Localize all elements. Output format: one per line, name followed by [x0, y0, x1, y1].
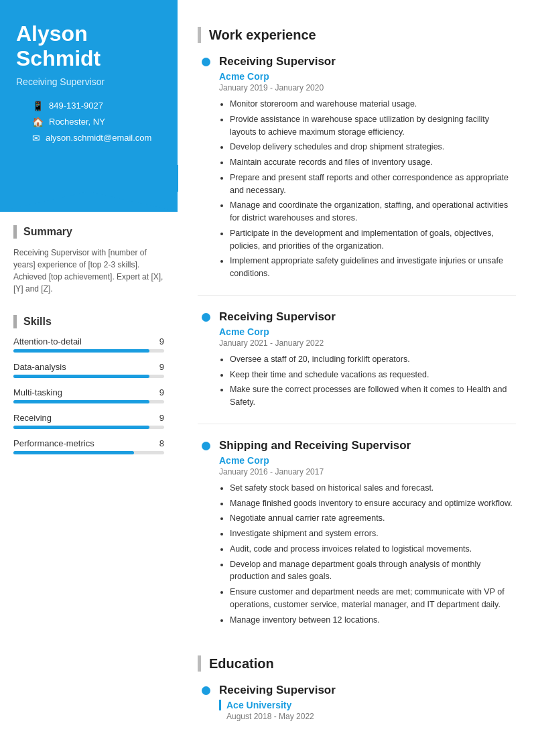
job-block: Shipping and Receiving Supervisor Acme C…: [198, 439, 516, 641]
job-bullets: Oversee a staff of 20, including forklif…: [219, 353, 516, 409]
skill-header: Attention-to-detail 9: [13, 336, 164, 346]
edu-dot-col: [198, 684, 214, 721]
bullet-item: Monitor storeroom and warehouse material…: [230, 98, 516, 111]
candidate-title: Receiving Supervisor: [16, 76, 161, 87]
bullet-item: Implement appropriate safety guidelines …: [230, 255, 516, 280]
bullet-item: Manage finished goods inventory to ensur…: [230, 497, 516, 510]
bullet-item: Develop delivery schedules and drop ship…: [230, 141, 516, 153]
edu-block: Receiving Supervisor Ace University Augu…: [198, 684, 516, 733]
job-block: Receiving Supervisor Acme Corp January 2…: [198, 55, 516, 296]
skill-bar-fill: [13, 451, 134, 454]
work-experience-header: Work experience: [198, 27, 516, 43]
email-icon: ✉: [32, 133, 40, 143]
skill-name: Attention-to-detail: [13, 336, 82, 346]
skill-item: Attention-to-detail 9: [13, 336, 164, 353]
edu-content: Receiving Supervisor Ace University Augu…: [214, 684, 516, 721]
skill-bar-fill: [13, 426, 149, 429]
skills-title: Skills: [13, 315, 164, 328]
job-dot-col: [198, 439, 214, 629]
skill-score: 9: [159, 336, 164, 346]
job-role: Receiving Supervisor: [219, 55, 516, 68]
summary-text: Receiving Supervisor with [number of yea…: [13, 247, 164, 295]
bullet-item: Set safety stock based on historical sal…: [230, 482, 516, 495]
job-content: Receiving Supervisor Acme Corp January 2…: [214, 55, 516, 283]
bullet-item: Oversee a staff of 20, including forklif…: [230, 353, 516, 366]
skill-header: Multi-tasking 9: [13, 387, 164, 397]
job-dot-col: [198, 310, 214, 412]
skill-bar-fill: [13, 375, 149, 378]
skill-name: Performance-metrics: [13, 438, 94, 448]
skill-name: Data-analysis: [13, 362, 66, 372]
sidebar-bottom: Summary Receiving Supervisor with [numbe…: [0, 212, 178, 756]
phone-text: 849-131-9027: [49, 101, 103, 111]
skill-name: Multi-tasking: [13, 387, 62, 397]
skill-name: Receiving: [13, 413, 52, 423]
bullet-item: Negotiate annual carrier rate agreements…: [230, 512, 516, 525]
skill-item: Performance-metrics 8: [13, 438, 164, 454]
bullet-item: Keep their time and schedule vacations a…: [230, 369, 516, 381]
bullet-item: Develop and manage department goals thro…: [230, 558, 516, 584]
skill-score: 9: [159, 362, 164, 372]
email-text: alyson.schmidt@email.com: [46, 133, 151, 143]
sidebar-top: Alyson Schmidt Receiving Supervisor 📱 84…: [0, 0, 178, 165]
bullet-item: Ensure customer and department needs are…: [230, 586, 516, 611]
edu-role: Receiving Supervisor: [219, 684, 516, 697]
skill-header: Data-analysis 9: [13, 362, 164, 372]
job-bullets: Monitor storeroom and warehouse material…: [219, 98, 516, 280]
bullet-item: Manage inventory between 12 locations.: [230, 614, 516, 627]
jobs-list: Receiving Supervisor Acme Corp January 2…: [198, 55, 516, 641]
location-item: 🏠 Rochester, NY: [32, 117, 145, 127]
location-icon: 🏠: [32, 117, 44, 127]
edu-company: Ace University: [219, 700, 516, 710]
skill-bar-bg: [13, 349, 164, 353]
skill-score: 8: [159, 438, 164, 448]
job-role: Shipping and Receiving Supervisor: [219, 439, 516, 452]
phone-icon: 📱: [32, 101, 44, 111]
skill-bar-bg: [13, 426, 164, 429]
bullet-item: Make sure the correct processes are foll…: [230, 383, 516, 409]
job-company: Acme Corp: [219, 71, 516, 82]
job-dates: January 2016 - January 2017: [219, 467, 516, 477]
skill-bar-fill: [13, 400, 149, 403]
email-item: ✉ alyson.schmidt@email.com: [32, 133, 145, 143]
job-block: Receiving Supervisor Acme Corp January 2…: [198, 310, 516, 424]
skill-bar-bg: [13, 451, 164, 454]
main-content: Work experience Receiving Supervisor Acm…: [178, 0, 536, 756]
job-dates: January 2021 - January 2022: [219, 338, 516, 348]
summary-title: Summary: [13, 225, 164, 239]
resume-container: Alyson Schmidt Receiving Supervisor 📱 84…: [0, 0, 536, 756]
job-dot: [202, 313, 210, 322]
work-section-title: Work experience: [209, 27, 316, 43]
contact-section: 📱 849-131-9027 🏠 Rochester, NY ✉ alyson.…: [16, 101, 161, 165]
edu-list: Receiving Supervisor Ace University Augu…: [198, 684, 516, 733]
chevron-decoration: [0, 165, 178, 192]
job-company: Acme Corp: [219, 455, 516, 466]
job-content: Receiving Supervisor Acme Corp January 2…: [214, 310, 516, 412]
skills-section: Skills Attention-to-detail 9 Data-analys…: [0, 302, 178, 470]
skill-header: Performance-metrics 8: [13, 438, 164, 448]
skill-bar-bg: [13, 375, 164, 378]
skills-list: Attention-to-detail 9 Data-analysis 9 Mu…: [13, 336, 164, 454]
bullet-item: Manage and coordinate the organization, …: [230, 199, 516, 225]
work-section-bar: [198, 27, 201, 43]
job-role: Receiving Supervisor: [219, 310, 516, 324]
edu-dot: [202, 686, 210, 695]
job-company: Acme Corp: [219, 326, 516, 337]
skills-bar: [13, 315, 17, 328]
skill-score: 9: [159, 387, 164, 397]
skill-item: Receiving 9: [13, 413, 164, 429]
bullet-item: Provide assistance in warehouse space ut…: [230, 113, 516, 139]
summary-bar: [13, 225, 17, 239]
edu-dates: August 2018 - May 2022: [219, 712, 516, 721]
education-header: Education: [198, 655, 516, 672]
job-content: Shipping and Receiving Supervisor Acme C…: [214, 439, 516, 629]
edu-section-title: Education: [209, 656, 274, 672]
candidate-name: Alyson Schmidt: [16, 21, 161, 71]
skill-bar-bg: [13, 400, 164, 403]
phone-item: 📱 849-131-9027: [32, 101, 145, 111]
bullet-item: Participate in the development and imple…: [230, 227, 516, 253]
job-bullets: Set safety stock based on historical sal…: [219, 482, 516, 627]
summary-section: Summary Receiving Supervisor with [numbe…: [0, 212, 178, 302]
sidebar: Alyson Schmidt Receiving Supervisor 📱 84…: [0, 0, 178, 756]
bullet-item: Prepare and present staff reports and ot…: [230, 172, 516, 197]
